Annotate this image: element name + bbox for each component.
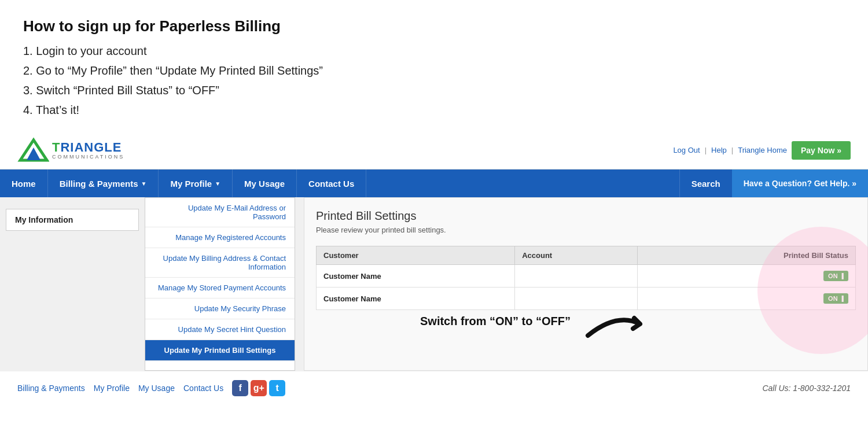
inner-layout: Update My E-Mail Address or Password Man…	[145, 197, 868, 371]
footer-profile[interactable]: My Profile	[94, 384, 130, 393]
footer-usage[interactable]: My Usage	[138, 384, 175, 393]
step-4: 4. That’s it!	[23, 100, 845, 120]
panel-subtitle: Please review your printed bill settings…	[316, 226, 856, 234]
nav-help-button[interactable]: Have a Question? Get Help. »	[732, 169, 868, 197]
triangle-home-link[interactable]: Triangle Home	[738, 146, 787, 154]
google-plus-icon[interactable]: g+	[251, 380, 267, 396]
col-customer: Customer	[317, 246, 515, 265]
footer-left: Billing & Payments My Profile My Usage C…	[17, 380, 285, 396]
social-icons: f g+ t	[232, 380, 285, 396]
nav-spacer	[366, 169, 679, 197]
logo-sub: COMMUNICATIONS	[52, 154, 124, 160]
sidebar-title: My Information	[6, 209, 139, 231]
instructions-heading: How to sign up for Paperless Billing	[23, 17, 845, 35]
main-content: My Information Update My E-Mail Address …	[0, 197, 868, 371]
pay-now-button[interactable]: Pay Now »	[792, 141, 851, 160]
facebook-icon[interactable]: f	[232, 380, 248, 396]
instructions-section: How to sign up for Paperless Billing 1. …	[0, 0, 868, 131]
col-status: Printed Bill Status	[638, 246, 856, 265]
sidebar-menu-registered[interactable]: Manage My Registered Accounts	[145, 227, 295, 248]
footer-phone: Call Us: 1-800-332-1201	[762, 384, 851, 393]
top-header: TRIANGLE COMMUNICATIONS Log Out | Help |…	[0, 131, 868, 169]
help-link[interactable]: Help	[711, 146, 727, 154]
nav-item-usage[interactable]: My Usage	[233, 169, 297, 197]
nav-item-billing[interactable]: Billing & Payments ▼	[48, 169, 159, 197]
nav-item-profile[interactable]: My Profile ▼	[159, 169, 233, 197]
sidebar-menu-printed-bill[interactable]: Update My Printed Bill Settings	[145, 340, 295, 361]
account-1	[515, 265, 638, 287]
annotation-area: Switch from “ON” to “OFF”	[420, 301, 856, 341]
nav-search-button[interactable]: Search	[679, 169, 732, 197]
sidebar-menu: Update My E-Mail Address or Password Man…	[145, 197, 295, 371]
step-3: 3. Switch “Printed Bill Status” to “OFF”	[23, 80, 845, 100]
logo-riangle: RIANGLE	[60, 140, 122, 154]
bill-settings-panel: Printed Bill Settings Please review your…	[304, 197, 868, 371]
sidebar-menu-security[interactable]: Update My Security Phrase	[145, 298, 295, 319]
table-row: Customer Name ON	[317, 265, 856, 287]
logo: TRIANGLE COMMUNICATIONS	[17, 137, 124, 163]
col-account: Account	[515, 246, 638, 265]
sidebar: My Information	[0, 197, 145, 371]
step-1: 1. Login to your account	[23, 41, 845, 61]
nav-bar: Home Billing & Payments ▼ My Profile ▼ M…	[0, 169, 868, 197]
header-right: Log Out | Help | Triangle Home Pay Now »	[673, 141, 851, 160]
footer-contact[interactable]: Contact Us	[183, 384, 223, 393]
logo-icon	[17, 137, 49, 163]
twitter-icon[interactable]: t	[269, 380, 285, 396]
panel-title: Printed Bill Settings	[316, 209, 856, 223]
profile-dropdown-arrow: ▼	[215, 180, 220, 187]
status-cell-1: ON	[638, 265, 856, 287]
customer-name-1: Customer Name	[317, 265, 515, 287]
footer: Billing & Payments My Profile My Usage C…	[0, 371, 868, 405]
annotation-text: Switch from “ON” to “OFF”	[420, 315, 571, 328]
billing-dropdown-arrow: ▼	[141, 180, 147, 187]
footer-billing[interactable]: Billing & Payments	[17, 384, 85, 393]
logout-link[interactable]: Log Out	[673, 146, 700, 154]
sidebar-menu-billing-address[interactable]: Update My Billing Address & Contact Info…	[145, 248, 295, 278]
on-toggle-1[interactable]: ON	[823, 271, 848, 281]
sidebar-menu-hint[interactable]: Update My Secret Hint Question	[145, 319, 295, 340]
step-2: 2. Go to “My Profile” then “Update My Pr…	[23, 61, 845, 80]
logo-main-text: TRIANGLE	[52, 141, 124, 154]
sidebar-menu-stored-payment[interactable]: Manage My Stored Payment Accounts	[145, 278, 295, 298]
sidebar-menu-email[interactable]: Update My E-Mail Address or Password	[145, 198, 295, 227]
nav-item-home[interactable]: Home	[0, 169, 48, 197]
arrow-icon	[582, 301, 657, 341]
nav-item-contact[interactable]: Contact Us	[297, 169, 366, 197]
logo-words: TRIANGLE COMMUNICATIONS	[52, 141, 124, 160]
logo-t: T	[52, 140, 60, 154]
